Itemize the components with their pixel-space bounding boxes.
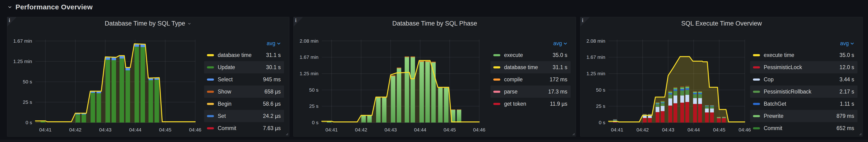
legend-row-prewrite[interactable]: Prewrite879 ms — [750, 110, 858, 122]
panel-resize-handle[interactable] — [858, 132, 862, 136]
x-axis-tick: 04:41 — [611, 127, 623, 133]
chevron-down-icon — [850, 42, 854, 45]
y-axis-tick: 2.08 min — [300, 38, 318, 44]
legend-row-show[interactable]: Show658 µs — [204, 86, 284, 98]
series-avg-value: 35.0 s — [541, 52, 567, 58]
series-avg-value: 24.2 µs — [254, 113, 281, 119]
series-color-swatch — [753, 115, 760, 117]
series-label: execute time — [764, 52, 828, 58]
legend-row-parse[interactable]: parse17.3 ms — [491, 86, 570, 98]
x-axis-tick: 04:45 — [713, 127, 725, 133]
legend: avgexecute time35.0 sPessimisticLock12.0… — [750, 38, 858, 134]
series-avg-value: 11.9 µs — [541, 101, 567, 107]
legend-row-execute-time[interactable]: execute time35.0 s — [750, 49, 858, 61]
x-axis-tick: 04:43 — [384, 127, 397, 133]
series-avg-value: 30.1 s — [254, 64, 281, 70]
legend-stat-selector[interactable]: avg — [840, 40, 854, 47]
x-axis-tick: 04:46 — [739, 127, 751, 133]
legend-row-execute[interactable]: execute35.0 s — [491, 49, 570, 61]
series-color-swatch — [493, 54, 500, 56]
series-label: Prewrite — [764, 113, 828, 119]
x-axis-tick: 04:45 — [444, 127, 456, 133]
series-avg-value: 658 µs — [254, 89, 281, 95]
series-color-swatch — [207, 91, 214, 93]
y-axis-tick: 0 s — [26, 120, 32, 125]
x-axis-tick: 04:42 — [637, 127, 649, 133]
legend: avgdatabase time31.1 sUpdate30.1 sSelect… — [204, 38, 284, 134]
legend-row-commit[interactable]: Commit7.63 µs — [204, 122, 284, 134]
legend-row-select[interactable]: Select945 ms — [204, 73, 284, 86]
series-avg-value: 12.0 s — [828, 64, 854, 70]
series-color-swatch — [753, 91, 760, 93]
series-avg-value: 17.3 ms — [541, 89, 567, 95]
y-axis-tick: 2.08 min — [586, 38, 605, 44]
chevron-down-icon — [7, 4, 13, 10]
series-avg-value: 35.0 s — [828, 52, 854, 58]
y-axis-tick: 1.25 min — [13, 59, 32, 64]
legend-row-batchget[interactable]: BatchGet1.11 s — [750, 98, 858, 110]
x-axis-tick: 04:43 — [662, 127, 675, 133]
legend-row-commit[interactable]: Commit652 ms — [750, 122, 858, 134]
series-avg-value: 3.44 s — [828, 76, 854, 83]
y-axis-tick: 50 s — [309, 87, 318, 92]
y-axis-tick: 1.67 min — [586, 54, 605, 60]
y-axis-tick: 1.25 min — [300, 71, 318, 76]
x-axis-tick: 04:42 — [69, 127, 82, 133]
series-avg-value: 58.6 µs — [254, 101, 281, 107]
legend-row-database-time[interactable]: database time31.1 s — [491, 61, 570, 73]
series-color-swatch — [493, 103, 500, 105]
x-axis-tick: 04:42 — [355, 127, 367, 133]
series-label: database time — [504, 64, 541, 70]
series-label: get token — [504, 101, 541, 107]
row-title: Performance Overview — [16, 3, 93, 11]
legend: avgexecute35.0 sdatabase time31.1 scompi… — [491, 38, 570, 110]
series-label: Show — [218, 89, 254, 95]
y-axis-tick: 25 s — [596, 103, 605, 109]
series-color-swatch — [207, 115, 214, 117]
y-axis-tick: 0 s — [312, 120, 318, 125]
legend-stat-selector[interactable]: avg — [267, 40, 281, 47]
series-color-swatch — [753, 79, 760, 81]
series-label: parse — [504, 89, 541, 95]
series-color-swatch — [753, 54, 760, 56]
legend-row-get-token[interactable]: get token11.9 µs — [491, 98, 570, 110]
series-color-swatch — [207, 103, 214, 105]
y-axis-tick: 25 s — [23, 100, 32, 105]
x-axis-tick: 04:46 — [189, 127, 202, 133]
series-label: PessimisticLock — [764, 64, 828, 70]
series-avg-value: 172 ms — [541, 76, 567, 83]
series-label: Select — [218, 76, 254, 83]
x-axis-tick: 04:41 — [326, 127, 338, 133]
legend-row-database-time[interactable]: database time31.1 s — [204, 49, 284, 61]
series-label: execute — [504, 52, 541, 58]
legend-row-update[interactable]: Update30.1 s — [204, 61, 284, 73]
legend-row-pessimisticrollback[interactable]: PessimisticRollback2.17 s — [750, 86, 858, 98]
legend-row-begin[interactable]: Begin58.6 µs — [204, 98, 284, 110]
y-axis-tick: 50 s — [596, 87, 605, 92]
row-header-performance-overview[interactable]: Performance Overview — [7, 2, 93, 12]
chevron-down-icon — [277, 42, 281, 45]
series-label: Update — [218, 64, 254, 70]
legend-row-cop[interactable]: Cop3.44 s — [750, 73, 858, 86]
panel-resize-handle[interactable] — [285, 132, 288, 136]
panel-database-time-by-sql-type: i Database Time by SQL Type 0 s25 s50 s1… — [7, 17, 289, 137]
series-avg-value: 879 ms — [828, 113, 854, 119]
legend-row-pessimisticlock[interactable]: PessimisticLock12.0 s — [750, 61, 858, 73]
legend-stat-selector[interactable]: avg — [553, 40, 567, 47]
y-axis-tick: 1.67 min — [13, 38, 32, 44]
series-avg-value: 2.17 s — [828, 89, 854, 95]
panel-resize-handle[interactable] — [571, 132, 575, 136]
series-color-swatch — [207, 127, 214, 129]
series-color-swatch — [493, 79, 500, 81]
series-color-swatch — [753, 127, 760, 129]
series-color-swatch — [493, 66, 500, 68]
x-axis-tick: 04:46 — [473, 127, 486, 133]
legend-row-compile[interactable]: compile172 ms — [491, 73, 570, 86]
x-axis-tick: 04:44 — [414, 127, 427, 133]
x-axis-tick: 04:43 — [99, 127, 112, 133]
series-avg-value: 7.63 µs — [254, 125, 281, 132]
series-avg-value: 652 ms — [828, 125, 854, 132]
series-label: compile — [504, 76, 541, 83]
x-axis-tick: 04:44 — [129, 127, 142, 133]
legend-row-set[interactable]: Set24.2 µs — [204, 110, 284, 122]
